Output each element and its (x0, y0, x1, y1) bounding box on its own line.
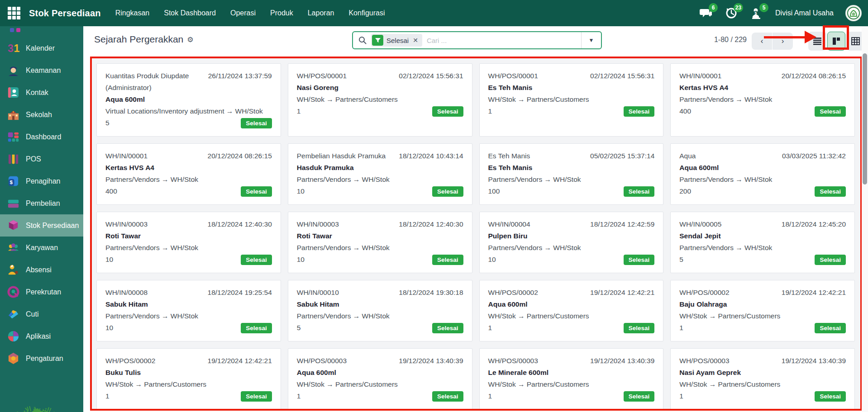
sidebar-item-aplikasi[interactable]: Aplikasi (0, 325, 83, 347)
card-quantity: 400 (105, 185, 117, 197)
card-quantity: 400 (679, 105, 691, 117)
menu-konfigurasi[interactable]: Konfigurasi (348, 9, 385, 17)
card-product-name: Baju Olahraga (679, 298, 846, 310)
menu-stok-dashboard[interactable]: Stok Dashboard (164, 9, 216, 17)
sidebar-item-kalender[interactable]: 3 1 Kalender (0, 37, 83, 59)
status-badge: Selesai (432, 186, 463, 197)
sidebar-item-pos[interactable]: POS (0, 148, 83, 170)
kanban-card[interactable]: Pembelian Hasduk Pramuka 18/12/2024 10:4… (288, 143, 472, 205)
card-datetime: 18/12/2024 12:42:59 (590, 218, 654, 230)
apps-grid-icon[interactable] (7, 6, 21, 20)
card-reference: WH/IN/00010 (297, 287, 339, 298)
payroll-icon[interactable]: $ 5 (750, 6, 763, 20)
menu-ringkasan[interactable]: Ringkasan (115, 9, 150, 17)
card-product-name: Es Teh Manis (488, 82, 655, 94)
menu-produk[interactable]: Produk (270, 9, 293, 17)
pagination-range: 1-80 / 229 (714, 36, 747, 44)
activities-clock-icon[interactable]: 23 (725, 6, 738, 20)
kanban-card[interactable]: WH/POS/00001 02/12/2024 15:56:31 Es Teh … (479, 63, 664, 137)
card-route: Partners/Vendors → WH/Stok (105, 174, 272, 185)
kanban-card[interactable]: WH/POS/00003 19/12/2024 13:40:39 Le Mine… (479, 348, 664, 410)
card-route: Partners/Vendors → WH/Stok (297, 174, 463, 185)
filter-remove-icon[interactable]: ✕ (413, 37, 418, 44)
card-quantity: 1 (679, 322, 683, 334)
kanban-card[interactable]: WH/POS/00003 19/12/2024 13:40:39 Nasi Ay… (670, 348, 855, 410)
security-icon (7, 64, 20, 77)
kanban-card[interactable]: Es Teh Manis 05/02/2025 15:37:14 Es Teh … (479, 143, 664, 205)
search-bar[interactable]: Selesai ✕ ▼ (352, 31, 602, 49)
kanban-card[interactable]: WH/IN/00008 18/12/2024 19:25:54 Sabuk Hi… (96, 280, 281, 341)
kanban-card[interactable]: WH/IN/00001 20/12/2024 08:26:15 Kertas H… (96, 143, 281, 205)
card-route: Partners/Vendors → WH/Stok (679, 94, 846, 105)
kanban-card[interactable]: WH/IN/00005 18/12/2024 12:45:20 Sendal J… (670, 212, 855, 273)
card-datetime: 26/11/2024 13:37:59 (208, 70, 272, 82)
sidebar-item-cuti[interactable]: Cuti (0, 303, 83, 325)
kanban-card[interactable]: Kuantitas Produk Diupdate (Administrator… (96, 63, 281, 137)
menu-operasi[interactable]: Operasi (230, 9, 256, 17)
sidebar-item-karyawan[interactable]: Karyawan (0, 237, 83, 259)
card-quantity: 1 (105, 390, 110, 402)
card-route: Virtual Locations/Inventory adjustment →… (105, 105, 272, 117)
sidebar-item-absensi[interactable]: Absensi (0, 259, 83, 281)
view-switch-kanban-button[interactable] (827, 32, 845, 51)
vertical-scrollbar[interactable] (862, 26, 868, 412)
active-filter-chip[interactable]: Selesai ✕ (371, 34, 422, 47)
search-input[interactable] (427, 37, 581, 44)
card-route: WH/Stok → Partners/Customers (297, 94, 463, 105)
sidebar-item-perekrutan[interactable]: Perekrutan (0, 281, 83, 303)
sidebar-item-label: Penagihan (26, 177, 61, 185)
pos-icon (7, 152, 20, 166)
status-badge: Selesai (432, 255, 463, 265)
card-reference: Kuantitas Produk Diupdate (Administrator… (105, 70, 200, 94)
pager-next-button[interactable]: › (773, 33, 793, 50)
kanban-card[interactable]: WH/POS/00003 19/12/2024 13:40:39 Aqua 60… (288, 348, 472, 410)
sidebar-item-keamanan[interactable]: Keamanan (0, 59, 83, 81)
card-datetime: 18/12/2024 10:43:14 (399, 150, 463, 162)
company-name[interactable]: Divisi Amal Usaha (775, 9, 834, 17)
status-badge: Selesai (815, 391, 846, 402)
filter-funnel-icon (372, 35, 383, 46)
svg-text:YAYASAN: YAYASAN (2, 391, 56, 412)
status-badge: Selesai (624, 186, 655, 197)
scrollbar-thumb[interactable] (863, 53, 867, 185)
kanban-card[interactable]: WH/IN/00003 18/12/2024 12:40:30 Roti Taw… (288, 212, 472, 273)
sidebar-item-penagihan[interactable]: $ Penagihan (0, 170, 83, 192)
user-avatar[interactable] (845, 5, 862, 21)
app-title[interactable]: Stok Persediaan (29, 8, 101, 19)
sidebar-item-stok-persediaan[interactable]: Stok Persediaan (0, 214, 83, 237)
kanban-card[interactable]: WH/IN/00010 18/12/2024 19:30:18 Sabuk Hi… (288, 280, 472, 341)
sidebar-item-pembelian[interactable]: Pembelian (0, 192, 83, 214)
kanban-card[interactable]: Aqua 03/03/2025 11:32:42 Aqua 600ml Part… (670, 143, 855, 205)
card-route: Partners/Vendors → WH/Stok (488, 174, 655, 185)
view-switch-list-button[interactable] (808, 32, 826, 51)
kanban-card[interactable]: WH/POS/00001 02/12/2024 15:56:31 Nasi Go… (288, 63, 472, 137)
card-datetime: 18/12/2024 12:40:30 (399, 218, 463, 230)
sidebar-item-sekolah[interactable]: Sekolah (0, 104, 83, 126)
pager-previous-button[interactable]: ‹ (752, 33, 772, 50)
card-datetime: 02/12/2024 15:56:31 (399, 70, 463, 82)
card-product-name: Sendal Jepit (679, 230, 846, 242)
kanban-card[interactable]: WH/IN/00004 18/12/2024 12:42:59 Pulpen B… (479, 212, 664, 273)
sidebar-item-label: Stok Persediaan (26, 222, 79, 230)
card-datetime: 19/12/2024 13:40:39 (782, 355, 846, 367)
kanban-card[interactable]: WH/POS/00002 19/12/2024 12:42:21 Baju Ol… (670, 280, 855, 341)
card-product-name: Sabuk Hitam (297, 298, 463, 310)
sidebar-item-dashboard[interactable]: Dashboard (0, 126, 83, 148)
card-datetime: 19/12/2024 12:42:21 (590, 287, 654, 298)
card-product-name: Roti Tawar (105, 230, 272, 242)
card-product-name: Roti Tawar (297, 230, 463, 242)
menu-laporan[interactable]: Laporan (308, 9, 334, 17)
kanban-card[interactable]: WH/IN/00001 20/12/2024 08:26:15 Kertas H… (670, 63, 855, 137)
kanban-card[interactable]: WH/IN/00003 18/12/2024 12:40:30 Roti Taw… (96, 212, 281, 273)
kanban-card[interactable]: WH/POS/00002 19/12/2024 12:42:21 Aqua 60… (479, 280, 664, 341)
kanban-card[interactable]: WH/POS/00002 19/12/2024 12:42:21 Buku Tu… (96, 348, 281, 410)
view-settings-gear-icon[interactable]: ⚙ (187, 35, 193, 44)
partial-icon-dot (10, 28, 14, 32)
search-dropdown-toggle[interactable]: ▼ (581, 32, 601, 48)
status-badge: Selesai (241, 323, 272, 333)
sidebar-item-pengaturan[interactable]: Pengaturan (0, 347, 83, 369)
messages-icon[interactable]: 6 (699, 6, 713, 20)
kanban-area: Kuantitas Produk Diupdate (Administrator… (91, 57, 861, 410)
sidebar-item-kontak[interactable]: Kontak (0, 81, 83, 104)
card-reference: WH/IN/00001 (105, 150, 148, 162)
